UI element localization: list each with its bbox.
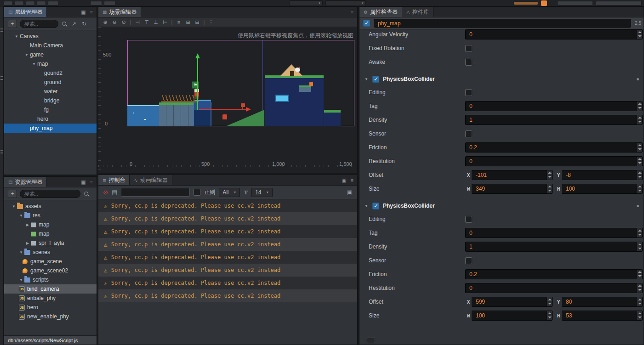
toolbar-button[interactable] [48, 1, 59, 6]
chevron-down-icon[interactable] [31, 62, 37, 66]
log-row[interactable]: ⚠Sorry, cc.p is deprecated. Please use c… [98, 289, 357, 302]
search-icon[interactable] [83, 191, 90, 197]
stepper[interactable] [637, 170, 642, 180]
chevron-down-icon[interactable] [13, 34, 20, 39]
zoom-reset-icon[interactable]: ⊙ [120, 19, 128, 25]
fixed-rotation-checkbox[interactable] [465, 45, 472, 52]
chevron-down-icon[interactable] [11, 204, 17, 209]
asset-item-new-enable-phy[interactable]: JSnew_enable_phy [4, 312, 97, 321]
tag-input[interactable] [465, 101, 643, 111]
stepper[interactable] [547, 311, 552, 320]
assets-search-input[interactable] [20, 190, 80, 198]
tree-item-map[interactable]: map [4, 59, 97, 68]
offset-x-input[interactable] [472, 170, 553, 180]
component-enabled-checkbox[interactable] [372, 203, 379, 209]
asset-item-game-scene02[interactable]: game_scene02 [4, 266, 97, 275]
tree-item-gound2[interactable]: gound2 [4, 68, 97, 78]
tree-item-hero[interactable]: hero [4, 114, 97, 124]
distribute-icon[interactable]: ≡ [175, 19, 183, 25]
tree-item-main-camera[interactable]: Main Camera [4, 41, 97, 50]
stepper[interactable] [637, 311, 642, 320]
more-icon[interactable]: ⋮ [207, 19, 215, 25]
offset-x-input[interactable] [472, 297, 553, 307]
stepper[interactable] [637, 283, 642, 293]
help-icon[interactable] [637, 205, 639, 207]
stepper[interactable] [547, 184, 552, 193]
align-top-icon[interactable]: ⊤ [142, 19, 151, 25]
density-input[interactable] [465, 115, 643, 125]
preview-dropdown[interactable] [325, 0, 366, 6]
toolbar-button[interactable] [37, 1, 46, 6]
asset-item-enbale-phy[interactable]: JSenbale_phy [4, 294, 97, 303]
chevron-down-icon[interactable] [18, 278, 24, 282]
tree-item-game[interactable]: game [4, 50, 97, 59]
popout-icon[interactable]: ▣ [342, 177, 346, 183]
zoom-out-icon[interactable]: ⊖ [110, 19, 119, 25]
stepper[interactable] [637, 30, 642, 39]
log-row[interactable]: ⚠Sorry, cc.p is deprecated. Please use c… [98, 277, 357, 289]
stepper[interactable] [637, 242, 642, 251]
toolbar-button[interactable] [90, 1, 102, 6]
log-row[interactable]: ⚠Sorry, cc.p is deprecated. Please use c… [98, 238, 357, 251]
tree-item-phy-map[interactable]: phy_map [4, 124, 97, 133]
angular-velocity-input[interactable] [465, 29, 643, 40]
help-icon[interactable] [637, 78, 639, 80]
density-input[interactable] [465, 242, 643, 252]
stepper[interactable] [637, 297, 642, 306]
offset-y-input[interactable] [562, 297, 643, 307]
menu-icon[interactable]: ≡ [90, 9, 93, 15]
stepper[interactable] [637, 270, 642, 279]
preview-platform-dropdown[interactable] [290, 0, 323, 6]
log-row[interactable]: ⚠Sorry, cc.p is deprecated. Please use c… [98, 199, 357, 212]
gizmo-arrow-y-head[interactable] [195, 53, 200, 58]
align-right-icon[interactable]: ⊢ [161, 19, 169, 25]
popout-icon[interactable]: ▣ [81, 179, 85, 185]
refresh-icon[interactable]: ↻ [80, 21, 88, 27]
dock-handle-icon[interactable] [0, 150, 3, 153]
chevron-right-icon[interactable] [24, 223, 31, 227]
zoom-in-icon[interactable]: ⊕ [101, 19, 109, 25]
dock-handle-icon[interactable] [0, 28, 3, 32]
component-section-header[interactable]: PhysicsBoxCollider [359, 73, 644, 85]
size-h-input[interactable] [562, 184, 643, 194]
chevron-down-icon[interactable] [364, 204, 369, 208]
log-row[interactable]: ⚠Sorry, cc.p is deprecated. Please use c… [98, 225, 357, 238]
hierarchy-search-input[interactable] [20, 20, 58, 28]
tree-item-water[interactable]: water [4, 87, 97, 96]
toolbar-button[interactable] [26, 1, 35, 6]
avatar[interactable] [541, 0, 547, 6]
restitution-input[interactable] [465, 283, 643, 293]
tab-assets[interactable]: ▤ 资源管理器 [4, 177, 47, 187]
grid-remove-icon[interactable]: ⊟ [193, 19, 201, 25]
toolbar-button[interactable] [4, 1, 13, 6]
font-size-select[interactable]: 14 ▼ [251, 188, 273, 197]
stepper[interactable] [637, 228, 642, 238]
tree-item-fg[interactable]: fg [4, 105, 97, 114]
asset-item-map-tmx[interactable]: map [4, 220, 97, 229]
sensor-checkbox[interactable] [465, 130, 472, 137]
add-asset-button[interactable]: + [8, 190, 17, 198]
dock-handle-icon[interactable] [0, 76, 3, 80]
tab-console[interactable]: ≣ 控制台 [98, 175, 130, 185]
asset-item-assets[interactable]: assets [4, 202, 97, 211]
restitution-input[interactable] [465, 156, 643, 166]
asset-item-spr-f-ayla[interactable]: spr_f_ayla [4, 238, 97, 248]
align-bottom-icon[interactable]: ⊥ [152, 19, 160, 25]
asset-item-map-img[interactable]: map [4, 229, 97, 238]
clear-console-icon[interactable]: ⊘ [103, 189, 108, 196]
size-w-input[interactable] [472, 311, 553, 321]
stepper[interactable] [637, 115, 642, 124]
search-icon[interactable] [61, 21, 68, 27]
offset-y-input[interactable] [562, 170, 643, 180]
log-row[interactable]: ⚠Sorry, cc.p is deprecated. Please use c… [98, 251, 357, 264]
chevron-down-icon[interactable] [18, 250, 24, 255]
toolbar-button[interactable] [104, 1, 116, 6]
chevron-down-icon[interactable] [18, 214, 24, 218]
awake-checkbox[interactable] [465, 59, 472, 66]
friction-input[interactable] [465, 142, 643, 153]
locate-icon[interactable]: ↗ [70, 21, 78, 27]
tab-hierarchy[interactable]: ▤ 层级管理器 [4, 7, 47, 17]
chevron-right-icon[interactable] [24, 241, 31, 245]
menu-icon[interactable]: ≡ [351, 9, 353, 15]
log-row[interactable]: ⚠Sorry, cc.p is deprecated. Please use c… [98, 212, 357, 225]
